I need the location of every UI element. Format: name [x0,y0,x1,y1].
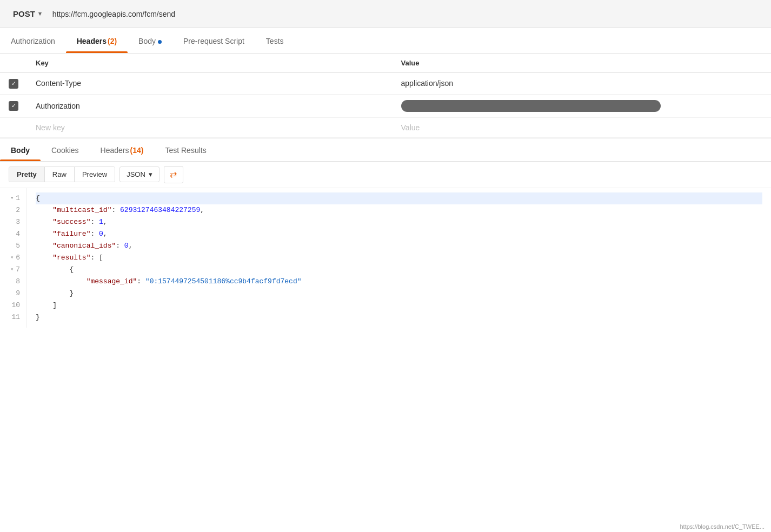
code-viewer: ▾ 1 2 3 4 5 ▾ 6 ▾ 7 8 9 10 11 { "multica… [0,188,771,328]
tab-pre-request-script[interactable]: Pre-request Script [172,28,255,53]
code-content: { "multicast_id": 6293127463484227259, "… [27,188,771,328]
line-num-11: 11 [0,311,26,323]
request-tabs: Authorization Headers(2) Body Pre-reques… [0,28,771,54]
fmt-pretty-button[interactable]: Pretty [9,167,45,182]
body-dot [158,40,162,44]
response-tabs: Body Cookies Headers(14) Test Results [0,138,771,162]
line-num-2: 2 [0,204,26,216]
method-chevron: ▾ [38,10,42,17]
checkbox-1[interactable]: ✓ [9,79,18,89]
tab-tests[interactable]: Tests [255,28,295,53]
value-cell-2[interactable] [393,94,771,117]
col-key: Key [27,54,393,73]
format-group: Pretty Raw Preview [9,167,115,182]
code-line-6: "results": [ [36,252,762,264]
headers-table: Key Value ✓ Content-Type application/jso… [0,54,771,138]
fmt-raw-button[interactable]: Raw [45,167,75,182]
json-format-dropdown[interactable]: JSON ▾ [119,167,159,182]
resp-tab-body[interactable]: Body [0,138,41,161]
format-bar: Pretty Raw Preview JSON ▾ ⇄ [0,162,771,188]
redacted-value [401,100,661,112]
fmt-preview-button[interactable]: Preview [75,167,115,182]
code-line-8: "message_id": "0:1574497254501186%cc9b4f… [36,276,762,288]
line-numbers: ▾ 1 2 3 4 5 ▾ 6 ▾ 7 8 9 10 11 [0,188,27,328]
line-num-6: ▾ 6 [0,252,26,264]
new-checkbox-cell [0,117,27,137]
new-key-cell[interactable]: New key [27,117,393,137]
code-line-3: "success": 1, [36,216,762,228]
checkbox-cell-1[interactable]: ✓ [0,73,27,95]
tab-body[interactable]: Body [128,28,172,53]
new-value-placeholder: Value [401,123,420,132]
checkbox-2[interactable]: ✓ [9,101,18,111]
line-num-8: 8 [0,276,26,288]
line-num-1: ▾ 1 [0,192,26,204]
code-line-5: "canonical_ids": 0, [36,240,762,252]
tab-authorization[interactable]: Authorization [0,28,66,53]
line-num-5: 5 [0,240,26,252]
resp-tab-cookies[interactable]: Cookies [41,138,90,161]
code-line-2: "multicast_id": 6293127463484227259, [36,204,762,216]
code-line-9: } [36,288,762,300]
url-bar: POST ▾ [0,0,771,28]
code-line-4: "failure": 0, [36,228,762,240]
new-key-row: New key Value [0,117,771,137]
new-key-placeholder: New key [36,123,65,132]
method-label: POST [13,9,35,18]
new-value-cell[interactable]: Value [393,117,771,137]
json-dropdown-chevron: ▾ [149,170,152,178]
line-num-10: 10 [0,300,26,311]
key-cell-1[interactable]: Content-Type [27,73,393,95]
tab-headers[interactable]: Headers(2) [66,28,128,53]
url-input[interactable] [52,10,762,18]
key-cell-2[interactable]: Authorization [27,94,393,117]
code-line-10: ] [36,300,762,311]
header-row-2: ✓ Authorization [0,94,771,117]
col-value: Value [393,54,771,73]
col-checkbox [0,54,27,73]
code-line-7: { [36,264,762,276]
checkbox-cell-2[interactable]: ✓ [0,94,27,117]
value-cell-1[interactable]: application/json [393,73,771,95]
arrow-1: ▾ [10,192,14,204]
line-num-9: 9 [0,288,26,300]
headers-section: Key Value ✓ Content-Type application/jso… [0,54,771,138]
method-select[interactable]: POST ▾ [9,7,46,21]
arrow-6: ▾ [10,252,14,264]
code-line-1: { [36,192,762,204]
resp-tab-test-results[interactable]: Test Results [154,138,217,161]
arrow-7: ▾ [10,264,14,276]
line-num-3: 3 [0,216,26,228]
wrap-button[interactable]: ⇄ [164,166,183,183]
line-num-4: 4 [0,228,26,240]
line-num-7: ▾ 7 [0,264,26,276]
wrap-icon: ⇄ [170,169,177,179]
code-line-11: } [36,311,762,323]
resp-tab-headers[interactable]: Headers(14) [90,138,155,161]
header-row-1: ✓ Content-Type application/json [0,73,771,95]
